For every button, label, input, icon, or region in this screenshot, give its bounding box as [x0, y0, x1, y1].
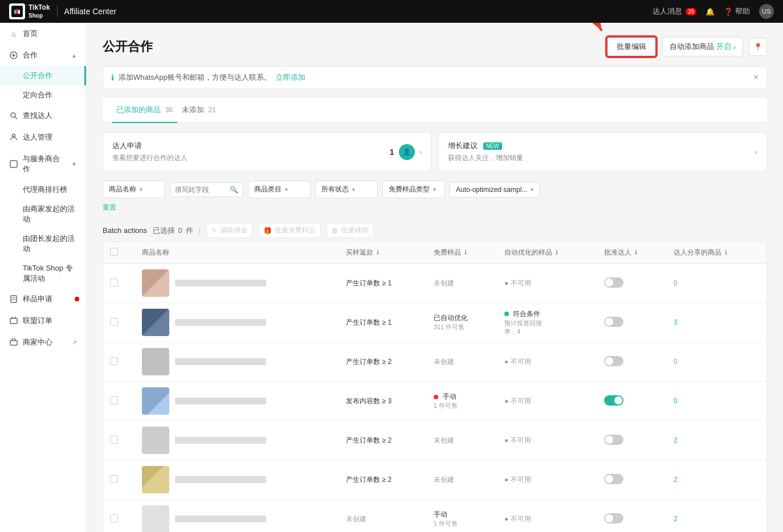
- auto-add-button[interactable]: 自动添加商品 开启 ›: [662, 37, 743, 56]
- row-select-2[interactable]: [110, 318, 118, 326]
- creator-avatar: 👤: [399, 144, 415, 160]
- product-thumbnail-7: [142, 505, 169, 532]
- sample-optimize-label: Auto-optimized sampl...: [456, 186, 527, 194]
- sample-type-filter[interactable]: 免费样品类型 ▾: [382, 181, 445, 198]
- creator-link-5[interactable]: 2: [674, 436, 678, 444]
- location-icon: 📍: [753, 43, 762, 51]
- sample-type-chevron: ▾: [433, 186, 436, 193]
- row-select-6[interactable]: [110, 475, 118, 483]
- sidebar-item-merchant-activity[interactable]: 由商家发起的活动: [0, 199, 86, 229]
- approve-creator-info-icon[interactable]: ℹ: [635, 249, 637, 256]
- sidebar-item-creator-mgmt[interactable]: 达人管理: [0, 126, 86, 148]
- notifications-button[interactable]: 达人消息 39: [653, 6, 696, 17]
- sidebar-item-merchant-center[interactable]: 商家中心 ↗: [0, 332, 86, 353]
- sidebar-item-sample-apply[interactable]: 样品申请: [0, 288, 86, 310]
- tab-not-added[interactable]: 未添加 21: [177, 98, 221, 123]
- tiktok-shop-icon: [9, 3, 25, 19]
- alert-close-button[interactable]: ×: [753, 72, 758, 83]
- status-filter[interactable]: 所有状态 ▾: [315, 181, 378, 198]
- find-creator-label: 查找达人: [23, 111, 52, 121]
- row-buy-return-6: 产生订单数 ≥ 2: [339, 460, 427, 500]
- bell-button[interactable]: 🔔: [705, 7, 715, 16]
- row-auto-optimize-7: ● 不可用: [497, 500, 597, 533]
- card-creator-label: 达人申请: [112, 141, 187, 151]
- row-free-sample-6: 未创建: [427, 460, 497, 500]
- sidebar-item-group-activity[interactable]: 由团长发起的活动: [0, 229, 86, 259]
- product-name-chevron: ▾: [140, 186, 142, 193]
- creator-link-2[interactable]: 3: [674, 318, 678, 326]
- filter-bar: 商品名称 ▾ 🔍 商品类目 ▾ 所有状态 ▾ 免费样品类型 ▾ Auto-opt…: [103, 181, 767, 198]
- product-name-input[interactable]: [175, 186, 226, 194]
- sidebar-item-directed-coop[interactable]: 定向合作: [0, 85, 86, 105]
- col-buy-return: 买样返款 ℹ: [339, 242, 427, 264]
- row-buy-return-3: 产生订单数 ≥ 2: [339, 342, 427, 382]
- main-content: 公开合作 批量编辑 自动添加商品 开启 ›: [87, 23, 783, 532]
- creator-link-6[interactable]: 2: [674, 476, 678, 484]
- page-title: 公开合作: [103, 38, 153, 55]
- batch-free-sample-button[interactable]: 🎁 批量免费样品: [258, 223, 321, 238]
- row-toggle-3: [597, 342, 667, 382]
- new-badge: NEW: [483, 142, 502, 150]
- row-checkbox: [103, 500, 135, 533]
- toggle-6[interactable]: [604, 474, 623, 484]
- free-sample-info-icon[interactable]: ℹ: [464, 249, 467, 256]
- creator-link-7[interactable]: 2: [674, 515, 678, 523]
- select-all-checkbox[interactable]: [110, 248, 118, 256]
- auto-add-open-label: 开启: [716, 42, 731, 52]
- sidebar-item-agent-rank[interactable]: 代理商排行榜: [0, 180, 86, 199]
- category-filter[interactable]: 商品类目 ▾: [248, 181, 311, 198]
- batch-remove-button[interactable]: 🗑 批量移除: [327, 223, 374, 238]
- sidebar-item-home[interactable]: ⌂ 首页: [0, 23, 86, 44]
- row-free-sample-3: 未创建: [427, 342, 497, 382]
- sidebar-group-service[interactable]: 与服务商合作 ▼: [0, 148, 86, 180]
- creator-link-4[interactable]: 0: [674, 397, 678, 405]
- product-thumbnail-2: [142, 309, 169, 336]
- group-activity-label: 由团长发起的活动: [23, 234, 75, 253]
- batch-edit-button[interactable]: 批量编辑: [606, 36, 656, 57]
- sidebar: ⌂ 首页 合作 ▲ 公开合作 定向合作 查找达人 达人管理: [0, 23, 87, 532]
- row-free-sample-2: 已自动优化 311 件可售: [427, 303, 497, 342]
- auto-optimize-info-icon[interactable]: ℹ: [556, 249, 558, 256]
- location-button[interactable]: 📍: [749, 38, 767, 56]
- toggle-3[interactable]: [604, 356, 623, 366]
- sidebar-group-cooperation[interactable]: 合作 ▲: [0, 44, 86, 66]
- row-select-1[interactable]: [110, 279, 118, 287]
- product-name-blur-1: [175, 280, 266, 287]
- row-select-5[interactable]: [110, 436, 118, 444]
- product-thumbnail-3: [142, 348, 169, 375]
- creator-application-card[interactable]: 达人申请 查看想要进行合作的达人 1 👤 ›: [103, 132, 431, 171]
- tab-added[interactable]: 已添加的商品 36: [112, 98, 177, 123]
- creator-count: 1: [390, 148, 394, 157]
- row-toggle-7: [597, 500, 667, 533]
- edit-commission-button[interactable]: ✎ 编辑佣金: [206, 223, 252, 238]
- row-free-sample-5: 未创建: [427, 421, 497, 460]
- toggle-4[interactable]: [604, 395, 623, 406]
- toggle-7[interactable]: [604, 513, 623, 523]
- sidebar-item-tiktok-activity[interactable]: TikTok Shop 专属活动: [0, 259, 86, 288]
- sample-optimize-filter[interactable]: Auto-optimized sampl... ▾: [450, 182, 540, 198]
- growth-advice-card[interactable]: 增长建议 NEW 获得达人关注，增加销量 ›: [438, 132, 767, 171]
- toggle-5[interactable]: [604, 435, 623, 445]
- row-select-4[interactable]: [110, 396, 118, 404]
- row-free-sample-7: 手动 1 件可售: [427, 500, 497, 533]
- reset-filter-link[interactable]: 重置: [103, 203, 116, 211]
- main-layout: ⌂ 首页 合作 ▲ 公开合作 定向合作 查找达人 达人管理: [0, 23, 783, 532]
- alert-link[interactable]: 立即添加: [276, 72, 305, 83]
- user-avatar[interactable]: US: [759, 4, 774, 19]
- row-buy-return-1: 产生订单数 ≥ 1: [339, 264, 427, 303]
- sidebar-item-affiliate-order[interactable]: 联盟订单: [0, 310, 86, 332]
- help-button[interactable]: ❓ 帮助: [724, 6, 750, 17]
- row-checkbox: [103, 264, 135, 303]
- product-name-filter[interactable]: 商品名称 ▾: [103, 181, 165, 198]
- row-product-4: [135, 382, 339, 421]
- sidebar-item-public-coop[interactable]: 公开合作: [0, 66, 86, 85]
- toggle-2[interactable]: [604, 317, 623, 327]
- toggle-1[interactable]: [604, 277, 623, 288]
- row-product-7: [135, 500, 339, 533]
- row-select-3[interactable]: [110, 357, 118, 365]
- buy-return-info-icon[interactable]: ℹ: [377, 249, 379, 256]
- row-select-7[interactable]: [110, 514, 118, 522]
- row-creator-count-4: 0: [667, 382, 766, 421]
- sidebar-item-find-creator[interactable]: 查找达人: [0, 105, 86, 126]
- shared-info-icon[interactable]: ℹ: [725, 249, 727, 256]
